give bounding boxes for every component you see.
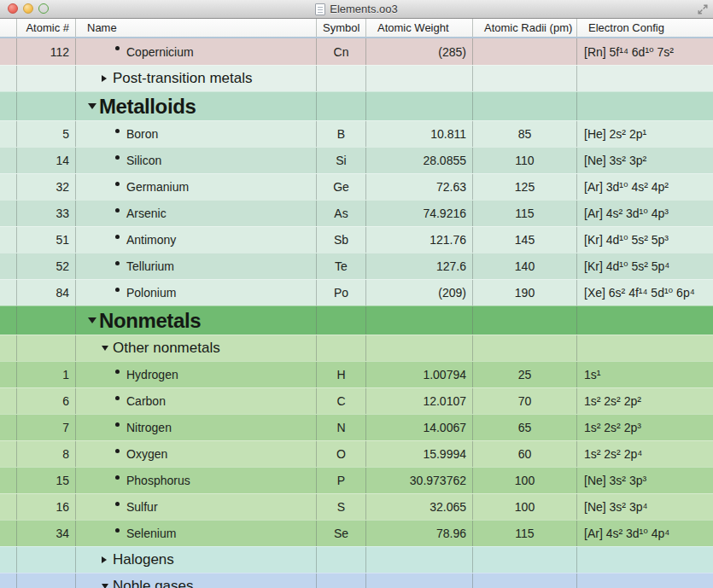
column-header-symbol[interactable]: Symbol: [317, 19, 366, 37]
minimize-button[interactable]: [23, 3, 33, 14]
disclosure-expanded-icon[interactable]: [88, 317, 99, 323]
atomic-number-cell: 32: [17, 174, 76, 200]
row-antimony[interactable]: 51AntimonySb121.76145[Kr] 4d¹⁰ 5s² 5p³: [0, 226, 713, 253]
row-label: Carbon: [126, 394, 166, 408]
item-bullet-icon[interactable]: [115, 185, 126, 189]
item-bullet-icon[interactable]: [115, 426, 126, 430]
symbol-cell: [317, 92, 366, 120]
electron-config-cell: [Ar] 3d¹⁰ 4s² 4p²: [577, 174, 713, 200]
electron-config-cell: 1s² 2s² 2p²: [577, 388, 713, 414]
row-nitrogen[interactable]: 7NitrogenN14.0067651s² 2s² 2p³: [0, 414, 713, 440]
atomic-weight-cell: 10.811: [366, 121, 473, 147]
title-bar: Elements.oo3: [0, 0, 713, 19]
electron-config-cell: [577, 547, 713, 573]
symbol-cell: N: [317, 415, 366, 440]
disclosure-expanded-icon[interactable]: [102, 346, 113, 351]
atomic-radius-cell: 140: [473, 253, 577, 279]
row-sulfur[interactable]: 16SulfurS32.065100[Ne] 3s² 3p⁴: [0, 493, 713, 520]
symbol-cell: Po: [317, 280, 366, 306]
zoom-button[interactable]: [38, 3, 49, 14]
row-nonmetals[interactable]: Nonmetals: [0, 306, 713, 335]
disclosure-collapsed-icon[interactable]: [102, 75, 113, 82]
atomic-number-cell: 14: [17, 148, 76, 173]
item-bullet-icon[interactable]: [115, 291, 126, 295]
item-bullet-icon[interactable]: [115, 159, 126, 163]
row-tellurium[interactable]: 52TelluriumTe127.6140[Kr] 4d¹⁰ 5s² 5p⁴: [0, 253, 713, 279]
item-bullet-icon[interactable]: [115, 212, 126, 216]
disclosure-expanded-icon[interactable]: [102, 584, 113, 588]
name-cell: Hydrogen: [76, 362, 317, 387]
row-label: Hydrogen: [126, 368, 178, 381]
row-germanium[interactable]: 32GermaniumGe72.63125[Ar] 3d¹⁰ 4s² 4p²: [0, 173, 713, 200]
name-cell: Sulfur: [76, 494, 317, 520]
symbol-cell: S: [317, 494, 366, 520]
row-label: Selenium: [126, 527, 176, 540]
item-bullet-icon[interactable]: [115, 505, 126, 509]
row-phosphorus[interactable]: 15PhosphorusP30.973762100[Ne] 3s² 3p³: [0, 467, 713, 493]
symbol-cell: [317, 547, 366, 573]
row-post-transition-metals[interactable]: Post-transition metals: [0, 65, 713, 91]
atomic-number-cell: [17, 547, 76, 573]
name-cell: Selenium: [76, 521, 317, 546]
item-bullet-icon[interactable]: [115, 132, 126, 137]
name-cell: Silicon: [76, 148, 317, 173]
traffic-lights: [8, 3, 49, 14]
fullscreen-icon[interactable]: [697, 3, 709, 15]
electron-config-cell: [Kr] 4d¹⁰ 5s² 5p⁴: [577, 253, 713, 279]
item-bullet-icon[interactable]: [115, 238, 126, 242]
row-hydrogen[interactable]: 1HydrogenH1.00794251s¹: [0, 361, 713, 387]
electron-config-cell: 1s¹: [577, 362, 713, 387]
close-button[interactable]: [8, 3, 18, 14]
item-bullet-icon[interactable]: [115, 399, 126, 404]
row-gutter: [0, 280, 17, 306]
atomic-radius-cell: 145: [473, 227, 577, 253]
row-selenium[interactable]: 34SeleniumSe78.96115[Ar] 4s² 3d¹⁰ 4p⁴: [0, 520, 713, 546]
symbol-cell: C: [317, 388, 366, 414]
electron-config-cell: [Xe] 6s² 4f¹⁴ 5d¹⁰ 6p⁴: [577, 280, 713, 306]
row-metalloids[interactable]: Metalloids: [0, 91, 713, 120]
disclosure-expanded-icon[interactable]: [88, 103, 99, 109]
row-boron[interactable]: 5BoronB10.81185[He] 2s² 2p¹: [0, 120, 713, 147]
row-silicon[interactable]: 14SiliconSi28.0855110[Ne] 3s² 3p²: [0, 147, 713, 173]
row-label: Antimony: [126, 233, 176, 247]
atomic-radius-cell: [473, 38, 577, 65]
item-bullet-icon[interactable]: [115, 265, 126, 269]
item-bullet-icon[interactable]: [115, 479, 126, 483]
electron-config-cell: [Kr] 4d¹⁰ 5s² 5p³: [577, 227, 713, 253]
symbol-cell: [317, 335, 366, 361]
atomic-number-cell: 52: [17, 253, 76, 279]
row-halogens[interactable]: Halogens: [0, 546, 713, 573]
column-header-atomic-number[interactable]: Atomic #: [17, 19, 76, 37]
row-gutter: [0, 547, 17, 573]
atomic-weight-cell: 32.065: [366, 494, 473, 520]
row-gutter: [0, 148, 17, 173]
row-other-nonmetals[interactable]: Other nonmetals: [0, 335, 713, 361]
item-bullet-icon[interactable]: [115, 49, 126, 54]
atomic-weight-cell: 72.63: [366, 174, 473, 200]
atomic-number-cell: 5: [17, 121, 76, 147]
item-bullet-icon[interactable]: [115, 373, 126, 377]
atomic-weight-cell: [366, 335, 473, 361]
row-polonium[interactable]: 84PoloniumPo(209)190[Xe] 6s² 4f¹⁴ 5d¹⁰ 6…: [0, 279, 713, 306]
atomic-weight-cell: [366, 92, 473, 120]
item-bullet-icon[interactable]: [115, 532, 126, 536]
row-copernicium[interactable]: 112CoperniciumCn(285)[Rn] 5f¹⁴ 6d¹⁰ 7s²: [0, 38, 713, 65]
row-oxygen[interactable]: 8OxygenO15.9994601s² 2s² 2p⁴: [0, 440, 713, 467]
electron-config-cell: [He] 2s² 2p¹: [577, 121, 713, 147]
row-carbon[interactable]: 6CarbonC12.0107701s² 2s² 2p²: [0, 387, 713, 414]
column-header-name[interactable]: Name: [76, 19, 317, 37]
disclosure-collapsed-icon[interactable]: [102, 556, 113, 563]
row-noble-gases[interactable]: Noble gases: [0, 573, 713, 588]
atomic-number-cell: 112: [17, 38, 76, 65]
item-bullet-icon[interactable]: [115, 452, 126, 457]
row-gutter: [0, 494, 17, 520]
symbol-cell: P: [317, 468, 366, 493]
row-arsenic[interactable]: 33ArsenicAs74.9216115[Ar] 4s² 3d¹⁰ 4p³: [0, 200, 713, 226]
column-header-atomic-weight[interactable]: Atomic Weight: [366, 19, 473, 37]
column-header-electron-config[interactable]: Electron Config: [577, 19, 713, 37]
row-gutter: [0, 573, 17, 588]
row-label: Post-transition metals: [113, 70, 252, 87]
column-header-atomic-radii[interactable]: Atomic Radii (pm): [473, 19, 577, 37]
electron-config-cell: [Ar] 4s² 3d¹⁰ 4p⁴: [577, 521, 713, 546]
electron-config-cell: [577, 335, 713, 361]
